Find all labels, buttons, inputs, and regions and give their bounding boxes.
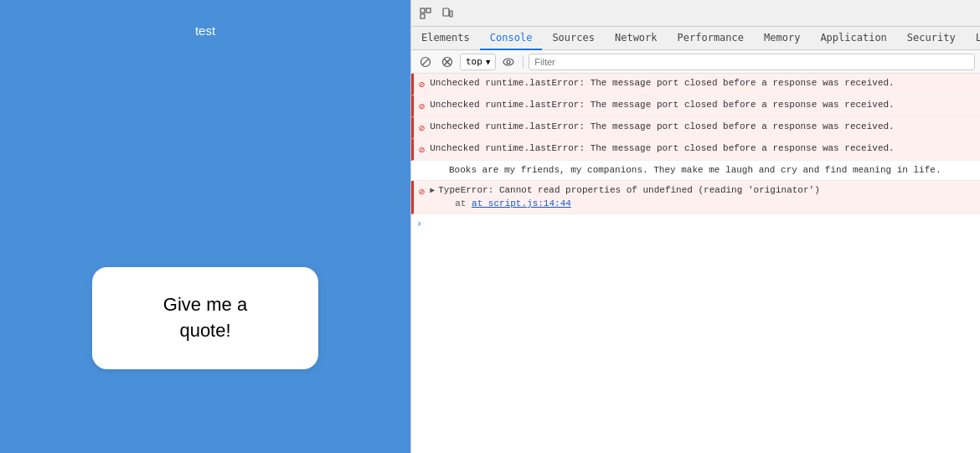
context-select[interactable]: top ▼ bbox=[460, 54, 496, 70]
eye-btn[interactable] bbox=[499, 53, 518, 71]
stack-link[interactable]: at script.js:14:44 bbox=[472, 198, 571, 208]
error-text-2: Unchecked runtime.lastError: The message… bbox=[430, 98, 895, 112]
console-messages: ⊘ Unchecked runtime.lastError: The messa… bbox=[411, 74, 980, 453]
error-icon-3: ⊘ bbox=[419, 121, 425, 136]
error-text-4: Unchecked runtime.lastError: The message… bbox=[430, 142, 895, 156]
devtools-panel: Elements Console Sources Network Perform… bbox=[410, 0, 980, 453]
device-toggle-btn[interactable] bbox=[436, 3, 458, 24]
clear-console-btn[interactable] bbox=[416, 53, 435, 71]
error-icon-1: ⊘ bbox=[419, 77, 425, 92]
expand-arrow[interactable]: ▶ bbox=[430, 183, 435, 196]
svg-rect-0 bbox=[420, 8, 425, 13]
tab-security[interactable]: Security bbox=[897, 27, 966, 50]
inspect-element-btn[interactable] bbox=[415, 3, 436, 24]
chevron-down-icon: ▼ bbox=[486, 58, 490, 66]
svg-rect-3 bbox=[443, 8, 449, 16]
toolbar-divider bbox=[523, 55, 524, 69]
console-error-4: ⊘ Unchecked runtime.lastError: The messa… bbox=[411, 139, 980, 161]
browser-page: test Give me aquote! bbox=[0, 0, 410, 453]
svg-rect-2 bbox=[420, 14, 425, 18]
error-text-1: Unchecked runtime.lastError: The message… bbox=[430, 76, 895, 90]
tab-elements[interactable]: Elements bbox=[411, 27, 480, 50]
stack-trace: at at script.js:14:44 bbox=[430, 197, 820, 211]
svg-rect-4 bbox=[450, 11, 452, 17]
console-prompt: › bbox=[411, 214, 980, 233]
devtools-tabs: Elements Console Sources Network Perform… bbox=[411, 27, 980, 50]
tab-network[interactable]: Network bbox=[605, 27, 668, 50]
error-icon-5: ⊘ bbox=[419, 184, 425, 199]
context-select-value: top bbox=[466, 56, 482, 67]
quote-button[interactable]: Give me aquote! bbox=[92, 267, 318, 369]
tab-application[interactable]: Application bbox=[810, 27, 896, 50]
error-expandable-content: ▶ TypeError: Cannot read properties of u… bbox=[430, 183, 820, 211]
svg-rect-1 bbox=[426, 8, 431, 13]
console-error-expandable: ⊘ ▶ TypeError: Cannot read properties of… bbox=[411, 181, 980, 214]
tab-memory[interactable]: Memory bbox=[754, 27, 810, 50]
stop-btn[interactable] bbox=[438, 53, 456, 71]
page-title: test bbox=[195, 23, 215, 38]
devtools-topbar bbox=[411, 0, 980, 27]
error-icon-4: ⊘ bbox=[419, 142, 425, 157]
console-error-1: ⊘ Unchecked runtime.lastError: The messa… bbox=[411, 74, 980, 95]
svg-line-6 bbox=[423, 59, 429, 64]
error-icon-2: ⊘ bbox=[419, 99, 425, 114]
error-main-text: TypeError: Cannot read properties of und… bbox=[438, 183, 819, 198]
console-info-1: Books are my friends, my companions. The… bbox=[411, 161, 980, 181]
error-text-3: Unchecked runtime.lastError: The message… bbox=[430, 120, 895, 134]
tab-sources[interactable]: Sources bbox=[542, 27, 605, 50]
console-toolbar: top ▼ bbox=[411, 50, 980, 74]
console-error-3: ⊘ Unchecked runtime.lastError: The messa… bbox=[411, 117, 980, 139]
svg-point-10 bbox=[503, 59, 513, 65]
console-error-2: ⊘ Unchecked runtime.lastError: The messa… bbox=[411, 95, 980, 117]
filter-input[interactable] bbox=[529, 54, 975, 70]
tab-performance[interactable]: Performance bbox=[668, 27, 754, 50]
tab-console[interactable]: Console bbox=[480, 27, 543, 50]
info-text-1: Books are my friends, my companions. The… bbox=[434, 163, 941, 178]
svg-point-11 bbox=[507, 60, 510, 64]
prompt-arrow-icon: › bbox=[416, 218, 422, 229]
tab-lig[interactable]: Lig bbox=[966, 27, 980, 50]
